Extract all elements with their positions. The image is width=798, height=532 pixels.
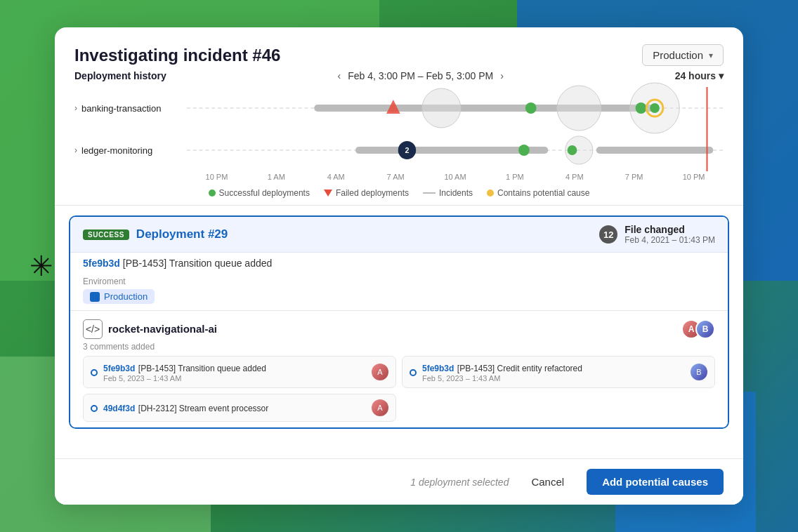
commit-info-2: 49d4f3d [DH-2312] Stream event processor — [103, 401, 366, 414]
legend-incidents-label: Incidents — [439, 188, 473, 198]
deployment-nav-row: Deployment history ‹ Feb 4, 3:00 PM – Fe… — [74, 70, 724, 87]
date-nav: ‹ Feb 4, 3:00 PM – Feb 5, 3:00 PM › — [338, 70, 504, 81]
commit-item-0: 5fe9b3d [PB-1453] Transition queue added… — [83, 356, 396, 388]
legend-failed-triangle — [324, 189, 332, 197]
env-label: Enviroment — [83, 277, 715, 286]
file-changed-date: Feb 4, 2021 – 01:43 PM — [624, 235, 715, 245]
star-decoration-icon: ✳ — [30, 252, 53, 280]
chart-legend: Successful deployments Failed deployment… — [74, 184, 724, 205]
main-commit-msg: [PB-1453] Transition queue added — [123, 258, 273, 269]
date-range-label: Feb 4, 3:00 PM – Feb 5, 3:00 PM — [348, 70, 493, 81]
incident-title: Investigating incident #46 — [74, 46, 280, 65]
svg-point-5 — [557, 86, 601, 131]
svg-text:2: 2 — [405, 146, 409, 154]
banking-label: banking-transaction — [81, 103, 161, 114]
main-commit-row: 5fe9b3d [PB-1453] Transition queue added — [70, 253, 728, 274]
avatar-group: A B — [681, 319, 715, 339]
code-brackets-icon: </> — [83, 319, 103, 339]
env-section: Enviroment Production — [70, 274, 728, 310]
commit-item-2: 49d4f3d [DH-2312] Stream event processor… — [83, 394, 396, 422]
commit-dot-1 — [410, 369, 417, 376]
hours-dropdown-button[interactable]: 24 hours ▾ — [675, 70, 724, 81]
time-label-8: 10 PM — [664, 173, 724, 181]
hours-chevron-icon: ▾ — [719, 70, 724, 81]
row-label-ledger: › ledger-monitoring — [74, 145, 187, 156]
expand-icon-ledger[interactable]: › — [74, 145, 77, 155]
main-commit-text: 5fe9b3d [PB-1453] Transition queue added — [83, 258, 272, 269]
env-dropdown-label: Production — [653, 49, 703, 61]
time-label-5: 1 PM — [485, 173, 544, 181]
legend-failed-label: Failed deployments — [336, 188, 409, 198]
prev-arrow-icon[interactable]: ‹ — [338, 70, 341, 81]
time-label-0: 10 PM — [187, 173, 247, 181]
commit-avatar-0: A — [372, 364, 388, 380]
commit-dot-2 — [91, 405, 98, 412]
file-changed-label: File changed — [624, 224, 715, 235]
code-section: </> rocket-navigational-ai A B 3 comment… — [70, 310, 728, 427]
time-label-6: 4 PM — [544, 173, 604, 181]
commit-msg-1: [PB-1453] Credit entity refactored — [457, 364, 582, 373]
time-axis: 10 PM 1 AM 4 AM 7 AM 10 AM 1 PM 4 PM 7 P… — [74, 173, 724, 181]
comments-count: 3 comments added — [83, 342, 715, 352]
commit-avatar-2: A — [372, 399, 388, 416]
deployment-header-right: 12 File changed Feb 4, 2021 – 01:43 PM — [599, 224, 715, 245]
commit-hash-2: 49d4f3d — [103, 404, 135, 413]
main-modal: Investigating incident #46 Production ▾ … — [55, 27, 743, 505]
status-badge: SUCCESS — [83, 230, 129, 240]
commit-dot-0 — [91, 369, 98, 376]
svg-point-16 — [518, 145, 530, 156]
title-row: Investigating incident #46 Production ▾ — [74, 44, 724, 66]
main-commit-hash: 5fe9b3d — [83, 258, 120, 269]
selected-text: 1 deployment selected — [410, 477, 509, 488]
commit-info-0: 5fe9b3d [PB-1453] Transition queue added… — [103, 361, 366, 383]
commit-date-1: Feb 5, 2023 – 1:43 AM — [422, 374, 685, 383]
hours-label: 24 hours — [675, 70, 716, 81]
svg-point-2 — [422, 88, 461, 128]
commit-list: 5fe9b3d [PB-1453] Transition queue added… — [83, 356, 715, 422]
chevron-down-icon: ▾ — [709, 51, 713, 60]
file-count-badge: 12 — [599, 225, 617, 244]
commit-msg-2: [DH-2312] Stream event processor — [138, 404, 268, 413]
commit-avatar-1: B — [691, 364, 707, 380]
banking-chart-svg — [187, 87, 724, 129]
chart-area: › banking-transaction — [55, 87, 743, 205]
cancel-button[interactable]: Cancel — [520, 470, 575, 493]
row-label-banking: › banking-transaction — [74, 103, 187, 114]
deployment-card-header: SUCCESS Deployment #29 12 File changed F… — [70, 217, 728, 253]
chart-row-ledger: › ledger-monitoring 2 — [74, 129, 724, 171]
legend-incidents: Incidents — [423, 188, 473, 198]
legend-successful-label: Successful deployments — [219, 188, 310, 198]
next-arrow-icon[interactable]: › — [500, 70, 504, 81]
env-tag: Production — [83, 289, 155, 304]
svg-point-8 — [636, 102, 647, 114]
env-dropdown-button[interactable]: Production ▾ — [642, 44, 724, 66]
add-potential-causes-button[interactable]: Add potential causes — [587, 469, 724, 495]
code-section-left: </> rocket-navigational-ai — [83, 319, 217, 339]
file-changed-info: File changed Feb 4, 2021 – 01:43 PM — [624, 224, 715, 245]
commit-msg-0: [PB-1453] Transition queue added — [138, 364, 266, 373]
section-divider — [55, 205, 743, 206]
legend-potential-label: Contains potential cause — [497, 188, 589, 198]
avatar-2: B — [695, 319, 715, 339]
deployment-card: SUCCESS Deployment #29 12 File changed F… — [69, 215, 729, 429]
card-header: Investigating incident #46 Production ▾ … — [55, 27, 743, 87]
chart-row-banking: › banking-transaction — [74, 87, 724, 129]
repo-name: rocket-navigational-ai — [108, 323, 217, 335]
legend-incidents-line — [423, 192, 436, 194]
modal-footer: 1 deployment selected Cancel Add potenti… — [55, 458, 743, 505]
svg-point-10 — [650, 103, 660, 113]
legend-successful-dot — [209, 189, 216, 197]
commit-date-0: Feb 5, 2023 – 1:43 AM — [103, 374, 366, 383]
banking-chart-canvas — [187, 87, 724, 129]
legend-potential: Contains potential cause — [487, 188, 589, 198]
time-label-4: 10 AM — [426, 173, 485, 181]
legend-successful: Successful deployments — [209, 188, 310, 198]
deployment-header-left: SUCCESS Deployment #29 — [83, 227, 228, 241]
deployment-history-label: Deployment history — [74, 70, 166, 81]
commit-hash-1: 5fe9b3d — [422, 364, 454, 373]
expand-icon-banking[interactable]: › — [74, 103, 77, 113]
ledger-chart-canvas: 2 — [187, 129, 724, 171]
svg-point-18 — [568, 145, 577, 155]
commit-info-1: 5fe9b3d [PB-1453] Credit entity refactor… — [422, 361, 685, 383]
env-name: Production — [104, 291, 148, 302]
